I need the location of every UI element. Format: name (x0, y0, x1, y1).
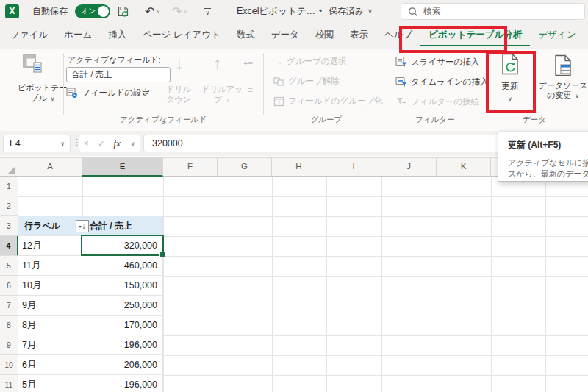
pivottable-icon (21, 53, 43, 75)
column-header-e[interactable]: E (82, 157, 163, 177)
highlight-pivottable-tab-box (399, 26, 507, 53)
undo-button[interactable]: ↶∨ (145, 0, 160, 22)
row-header-5[interactable]: 5 (0, 256, 18, 276)
insert-timeline-button[interactable]: タイムラインの挿入 (395, 76, 488, 88)
svg-text:7: 7 (277, 99, 280, 106)
column-header-h[interactable]: H (272, 157, 326, 177)
gridline (326, 177, 327, 392)
pivot-row-label-header-cell[interactable]: 行ラベル (18, 216, 82, 236)
column-header-k[interactable]: K (437, 157, 491, 177)
fill-handle[interactable] (159, 252, 165, 257)
cell-a5[interactable]: 11月 (18, 256, 82, 276)
gridline (218, 177, 218, 392)
tab-page-layout[interactable]: ページ レイアウト (135, 24, 229, 46)
row-header-10[interactable]: 10 (0, 355, 18, 375)
cell-e11[interactable]: 196,000 (82, 375, 163, 392)
tab-data[interactable]: データ (263, 24, 307, 46)
filter-connections-button: フィルターの接続 (395, 96, 479, 107)
cell-a9[interactable]: 7月 (18, 335, 82, 355)
expand-field-button: +≡ (243, 59, 253, 68)
dropdown-icon: ▾ (79, 224, 81, 229)
autosave-label: 自動保存 (32, 0, 68, 22)
chevron-down-icon: ∨ (575, 93, 579, 99)
excel-logo-icon: X (5, 0, 19, 22)
column-header-f[interactable]: F (163, 157, 218, 177)
cell-e5[interactable]: 460,000 (82, 256, 163, 276)
tab-review[interactable]: 校閲 (307, 24, 342, 46)
save-button[interactable] (117, 0, 129, 22)
chevron-down-icon: ∨ (226, 97, 230, 104)
redo-icon: ↷ (172, 4, 182, 18)
group-label-active-field: アクティブなフィールド (66, 115, 260, 125)
row-header-9[interactable]: 9 (0, 335, 18, 355)
row-label-filter-button[interactable]: ▾ ↓ (76, 220, 89, 232)
cell-a8[interactable]: 8月 (18, 316, 82, 335)
filter-connections-icon (395, 96, 407, 107)
active-field-caption: アクティブなフィールド: (68, 54, 161, 65)
drill-down-icon: ↓ (175, 54, 184, 72)
column-header-j[interactable]: J (381, 157, 437, 177)
ungroup-icon (273, 76, 284, 87)
row-header-6[interactable]: 6 (0, 276, 18, 296)
cell-a6[interactable]: 10月 (18, 276, 82, 296)
tab-design[interactable]: デザイン (530, 24, 584, 46)
change-data-source-button[interactable]: データソース の変更 ∨ (537, 54, 588, 101)
cell-a4[interactable]: 12月 (18, 236, 82, 256)
gridline (163, 177, 164, 392)
gridline (491, 177, 492, 392)
cell-e10[interactable]: 206,000 (82, 355, 163, 375)
autosave-toggle[interactable]: オン (75, 0, 110, 22)
gridline (381, 177, 382, 392)
tab-view[interactable]: 表示 (342, 24, 376, 46)
row-header-2[interactable]: 2 (0, 196, 18, 216)
cell-a10[interactable]: 6月 (18, 355, 82, 375)
collapse-field-button: −≡ (243, 85, 253, 94)
cancel-icon: × (84, 138, 89, 149)
tooltip-body-line: スから、最新のデータを (508, 168, 588, 179)
enter-icon: ✓ (98, 139, 104, 149)
row-header-7[interactable]: 7 (0, 296, 18, 316)
pivot-value-header-cell[interactable]: 合計 / 売上 (82, 216, 163, 236)
tab-formulas[interactable]: 数式 (229, 24, 263, 46)
column-header-i[interactable]: I (326, 157, 381, 177)
tab-file[interactable]: ファイル (2, 24, 56, 46)
row-header-4[interactable]: 4 (0, 236, 18, 256)
group-separator (481, 53, 481, 115)
tab-home[interactable]: ホーム (56, 24, 100, 46)
cell-e7[interactable]: 250,000 (82, 296, 163, 316)
row-header-8[interactable]: 8 (0, 316, 18, 335)
tab-insert[interactable]: 挿入 (100, 24, 135, 46)
chevron-down-icon: ∨ (51, 96, 55, 102)
row-header-3[interactable]: 3 (0, 216, 18, 236)
cell-a11[interactable]: 5月 (18, 375, 82, 392)
row-header-1[interactable]: 1 (0, 177, 18, 196)
corner-triangle-icon (7, 166, 15, 174)
drill-up-button: ドリルアップ ∨ (201, 84, 243, 106)
slicer-icon (395, 56, 407, 68)
field-settings-button[interactable]: フィールドの設定 (66, 87, 150, 99)
cell-e9[interactable]: 196,000 (82, 335, 163, 355)
group-separator (263, 53, 264, 115)
chevron-down-icon: ∨ (131, 140, 135, 147)
search-icon (408, 7, 418, 17)
title-bar: X 自動保存 オン ↶∨ ↷∨ ∨ Excelピボットテ… • 保存済み∨ 検索 (0, 0, 588, 22)
customize-toolbar-button[interactable]: ∨ (204, 0, 211, 22)
group-selection-button: → グループの選択 (273, 56, 347, 67)
group-separator (390, 53, 390, 115)
insert-slicer-button[interactable]: スライサーの挿入 (395, 56, 479, 68)
cell-a7[interactable]: 9月 (18, 296, 82, 316)
select-all-corner[interactable] (0, 157, 18, 177)
insert-function-button[interactable]: fx (114, 138, 121, 149)
save-status[interactable]: 保存済み∨ (329, 0, 373, 22)
chevron-down-icon: ∨ (183, 8, 187, 15)
pivottable-button[interactable]: ピボットテー ブル ∨ (18, 53, 67, 104)
row-header-11[interactable]: 11 (0, 375, 18, 392)
chevron-down-icon: ∨ (156, 8, 160, 15)
column-header-a[interactable]: A (18, 157, 82, 177)
active-field-input[interactable]: 合計 / 売上 (66, 67, 171, 82)
name-box[interactable]: E4 ∨ (3, 135, 71, 152)
search-box[interactable]: 検索 (401, 3, 585, 20)
cell-e8[interactable]: 170,000 (82, 316, 163, 335)
column-header-g[interactable]: G (218, 157, 272, 177)
cell-e6[interactable]: 150,000 (82, 276, 163, 296)
